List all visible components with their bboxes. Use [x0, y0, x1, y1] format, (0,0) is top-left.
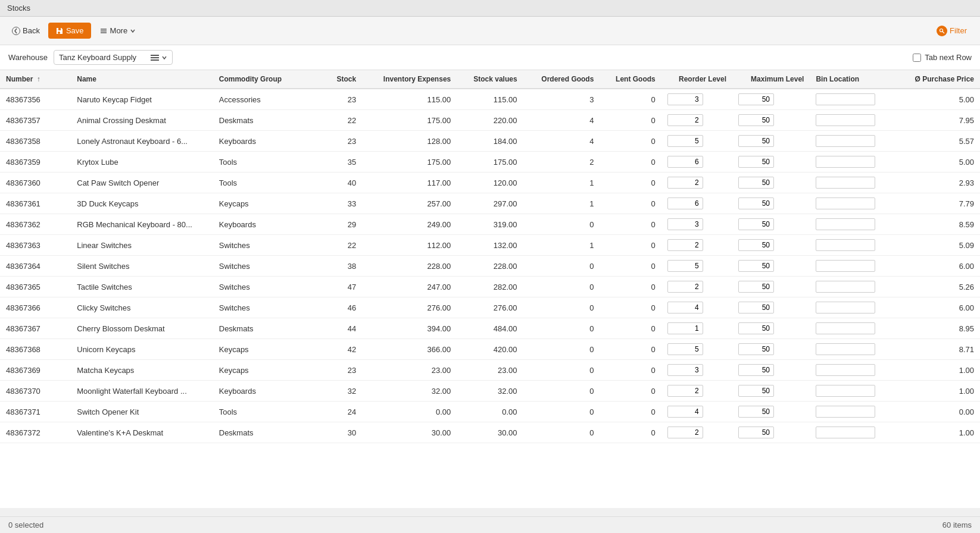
cell-stock: 30	[320, 422, 363, 443]
input-maximum_level[interactable]	[738, 197, 774, 209]
input-reorder_level[interactable]	[667, 218, 703, 230]
cell-bin_location	[810, 318, 895, 339]
col-commodity-group[interactable]: Commodity Group	[213, 70, 320, 89]
input-maximum_level[interactable]	[738, 427, 774, 438]
input-maximum_level[interactable]	[738, 93, 774, 105]
input-reorder_level[interactable]	[667, 177, 703, 189]
input-bin_location[interactable]	[816, 385, 875, 397]
tab-next-row-checkbox[interactable]	[913, 54, 921, 62]
input-reorder_level[interactable]	[667, 260, 703, 272]
cell-stock_values: 30.00	[457, 422, 523, 443]
cell-ordered_goods: 0	[523, 256, 600, 277]
input-maximum_level[interactable]	[738, 135, 774, 147]
cell-ordered_goods: 0	[523, 360, 600, 381]
col-ordered-goods[interactable]: Ordered Goods	[523, 70, 600, 89]
cell-stock: 23	[320, 89, 363, 110]
input-bin_location[interactable]	[816, 364, 875, 376]
col-inventory-expenses[interactable]: Inventory Expenses	[362, 70, 457, 89]
table-header: Number ↑ Name Commodity Group Stock Inve…	[0, 70, 980, 89]
input-reorder_level[interactable]	[667, 343, 703, 355]
input-bin_location[interactable]	[816, 322, 875, 334]
more-button[interactable]: More	[96, 24, 140, 37]
input-maximum_level[interactable]	[738, 218, 774, 230]
back-button[interactable]: Back	[8, 24, 43, 37]
input-bin_location[interactable]	[816, 427, 875, 438]
input-bin_location[interactable]	[816, 197, 875, 209]
input-reorder_level[interactable]	[667, 281, 703, 293]
save-button[interactable]: Save	[48, 23, 91, 39]
input-bin_location[interactable]	[816, 218, 875, 230]
input-bin_location[interactable]	[816, 406, 875, 418]
col-number[interactable]: Number ↑	[0, 70, 71, 89]
cell-lent_goods: 0	[600, 381, 661, 402]
cell-ordered_goods: 0	[523, 318, 600, 339]
input-reorder_level[interactable]	[667, 135, 703, 147]
cell-inventory_expenses: 117.00	[362, 173, 457, 193]
input-bin_location[interactable]	[816, 93, 875, 105]
cell-name: Cat Paw Switch Opener	[71, 173, 213, 193]
cell-commodity_group: Tools	[213, 152, 320, 173]
col-maximum-level[interactable]: Maximum Level	[732, 70, 810, 89]
input-bin_location[interactable]	[816, 260, 875, 272]
input-bin_location[interactable]	[816, 281, 875, 293]
input-reorder_level[interactable]	[667, 114, 703, 126]
input-maximum_level[interactable]	[738, 156, 774, 168]
input-maximum_level[interactable]	[738, 281, 774, 293]
cell-maximum_level	[732, 339, 810, 360]
input-reorder_level[interactable]	[667, 427, 703, 438]
table-row: 48367363Linear SwitchesSwitches22112.001…	[0, 235, 980, 256]
input-maximum_level[interactable]	[738, 239, 774, 251]
input-bin_location[interactable]	[816, 177, 875, 189]
cell-name: Animal Crossing Deskmat	[71, 110, 213, 131]
warehouse-select[interactable]: Tanz Keyboard Supply	[54, 50, 173, 65]
col-reorder-level[interactable]: Reorder Level	[661, 70, 732, 89]
input-maximum_level[interactable]	[738, 260, 774, 272]
cell-number: 48367371	[0, 402, 71, 422]
save-icon	[55, 27, 64, 35]
cell-stock_values: 276.00	[457, 297, 523, 318]
cell-stock: 42	[320, 339, 363, 360]
input-reorder_level[interactable]	[667, 364, 703, 376]
col-stock[interactable]: Stock	[320, 70, 363, 89]
input-maximum_level[interactable]	[738, 114, 774, 126]
cell-stock: 23	[320, 131, 363, 152]
col-avg-purchase-price[interactable]: Ø Purchase Price	[895, 70, 980, 89]
cell-reorder_level	[661, 193, 732, 214]
input-maximum_level[interactable]	[738, 406, 774, 418]
input-bin_location[interactable]	[816, 135, 875, 147]
col-bin-location[interactable]: Bin Location	[810, 70, 895, 89]
input-bin_location[interactable]	[816, 302, 875, 313]
input-maximum_level[interactable]	[738, 343, 774, 355]
cell-number: 48367364	[0, 256, 71, 277]
col-stock-values[interactable]: Stock values	[457, 70, 523, 89]
cell-number: 48367370	[0, 381, 71, 402]
col-name[interactable]: Name	[71, 70, 213, 89]
input-reorder_level[interactable]	[667, 385, 703, 397]
input-reorder_level[interactable]	[667, 239, 703, 251]
input-reorder_level[interactable]	[667, 322, 703, 334]
hamburger-icon	[151, 55, 159, 61]
cell-reorder_level	[661, 235, 732, 256]
input-reorder_level[interactable]	[667, 156, 703, 168]
input-bin_location[interactable]	[816, 114, 875, 126]
input-maximum_level[interactable]	[738, 302, 774, 313]
cell-number: 48367360	[0, 173, 71, 193]
cell-inventory_expenses: 30.00	[362, 422, 457, 443]
input-maximum_level[interactable]	[738, 385, 774, 397]
input-bin_location[interactable]	[816, 156, 875, 168]
input-bin_location[interactable]	[816, 343, 875, 355]
filter-button[interactable]: Filter	[932, 23, 972, 39]
input-reorder_level[interactable]	[667, 197, 703, 209]
input-reorder_level[interactable]	[667, 406, 703, 418]
col-lent-goods[interactable]: Lent Goods	[600, 70, 661, 89]
cell-stock_values: 228.00	[457, 256, 523, 277]
input-maximum_level[interactable]	[738, 177, 774, 189]
input-bin_location[interactable]	[816, 239, 875, 251]
table-row: 48367366Clicky SwitchesSwitches46276.002…	[0, 297, 980, 318]
input-reorder_level[interactable]	[667, 93, 703, 105]
input-reorder_level[interactable]	[667, 302, 703, 313]
input-maximum_level[interactable]	[738, 322, 774, 334]
cell-ordered_goods: 0	[523, 381, 600, 402]
input-maximum_level[interactable]	[738, 364, 774, 376]
cell-maximum_level	[732, 235, 810, 256]
